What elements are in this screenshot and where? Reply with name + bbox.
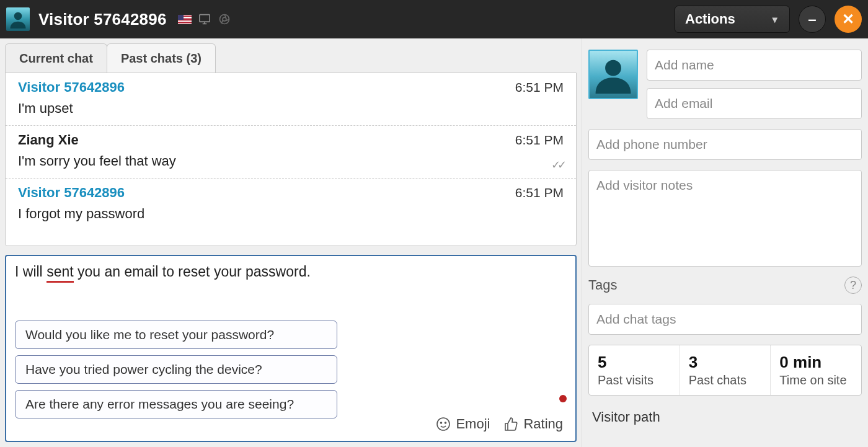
svg-point-7 [605,60,621,76]
message-text: I'm sorry you feel that way [18,153,564,169]
visitor-phone-input[interactable] [588,129,862,160]
message-text: I'm upset [18,100,564,117]
stat-number: 5 [598,353,671,372]
stat-number: 3 [689,353,762,372]
tags-section-label: Tags ? [588,277,862,294]
desktop-icon [198,13,211,25]
svg-point-4 [437,418,450,430]
composer-input[interactable]: I will sent you an email to reset your p… [15,263,567,321]
draft-text: I will [15,263,46,280]
actions-label: Actions [685,11,735,27]
message-sender: Ziang Xie [18,132,79,148]
stat-label: Time on site [779,373,852,387]
chat-message: Visitor 57642896 6:51 PM I'm upset [6,73,576,126]
reply-suggestions: Would you like me to reset your password… [15,321,337,418]
message-composer[interactable]: I will sent you an email to reset your p… [5,255,577,442]
chat-message: Ziang Xie 6:51 PM I'm sorry you feel tha… [6,126,576,179]
message-time: 6:51 PM [515,80,564,95]
visitor-avatar-large[interactable] [588,50,638,99]
svg-rect-1 [199,15,209,22]
tags-label-text: Tags [588,277,617,293]
chat-tags-input[interactable] [588,304,862,335]
visitor-avatar-small [6,7,30,31]
chevron-down-icon: ▼ [770,14,779,25]
visitor-details-panel: Tags ? 5 Past visits 3 Past chats 0 min … [582,38,868,447]
close-button[interactable]: ✕ [835,6,862,33]
visitor-title: Visitor 57642896 [38,10,167,29]
chat-panel: Current chat Past chats (3) Visitor 5764… [0,38,582,447]
chat-tabs: Current chat Past chats (3) [5,43,577,73]
visitor-path-label[interactable]: Visitor path [588,405,862,429]
message-time: 6:51 PM [515,133,564,148]
stat-past-chats[interactable]: 3 Past chats [680,345,771,395]
flag-us-icon [178,15,192,24]
svg-point-2 [219,15,229,24]
emoji-label: Emoji [456,416,490,432]
rating-label: Rating [523,416,563,432]
rating-button[interactable]: Rating [503,416,563,432]
visitor-stats: 5 Past visits 3 Past chats 0 min Time on… [588,345,862,396]
chat-header: Visitor 57642896 Actions ▼ – ✕ [0,0,868,38]
visitor-notes-input[interactable] [588,170,862,267]
stat-label: Past chats [689,373,762,387]
actions-dropdown[interactable]: Actions ▼ [675,6,790,33]
svg-point-6 [445,422,446,423]
message-sender: Visitor 57642896 [18,79,125,95]
emoji-button[interactable]: Emoji [436,416,490,432]
emoji-icon [436,417,451,432]
draft-text: you an email to reset your password. [74,263,311,280]
suggestion-item[interactable]: Would you like me to reset your password… [15,321,337,349]
suggestion-item[interactable]: Are there any error messages you are see… [15,390,337,418]
chat-transcript: Visitor 57642896 6:51 PM I'm upset Ziang… [5,73,577,246]
recording-indicator-icon [559,395,567,402]
message-sender: Visitor 57642896 [18,185,125,201]
stat-label: Past visits [598,373,671,387]
svg-point-0 [14,12,22,20]
stat-past-visits[interactable]: 5 Past visits [589,345,680,395]
visitor-meta-icons [178,13,231,25]
suggestion-item[interactable]: Have you tried power cycling the device? [15,355,337,384]
tab-past-chats[interactable]: Past chats (3) [107,43,216,73]
message-text: I forgot my password [18,206,564,222]
read-receipt-icon: ✓✓ [551,158,564,172]
tab-current-chat[interactable]: Current chat [5,43,107,73]
message-time: 6:51 PM [515,185,564,200]
visitor-email-input[interactable] [647,88,862,119]
minimize-button[interactable]: – [799,6,826,33]
spellcheck-error[interactable]: sent [46,263,73,283]
chat-message: Visitor 57642896 6:51 PM I forgot my pas… [6,179,576,231]
stat-number: 0 min [779,353,852,372]
tags-help-icon[interactable]: ? [844,277,862,294]
stat-time-on-site[interactable]: 0 min Time on site [771,345,861,395]
svg-point-5 [441,422,442,423]
thumbs-up-icon [503,417,518,432]
visitor-name-input[interactable] [647,50,862,81]
browser-icon [218,13,231,25]
